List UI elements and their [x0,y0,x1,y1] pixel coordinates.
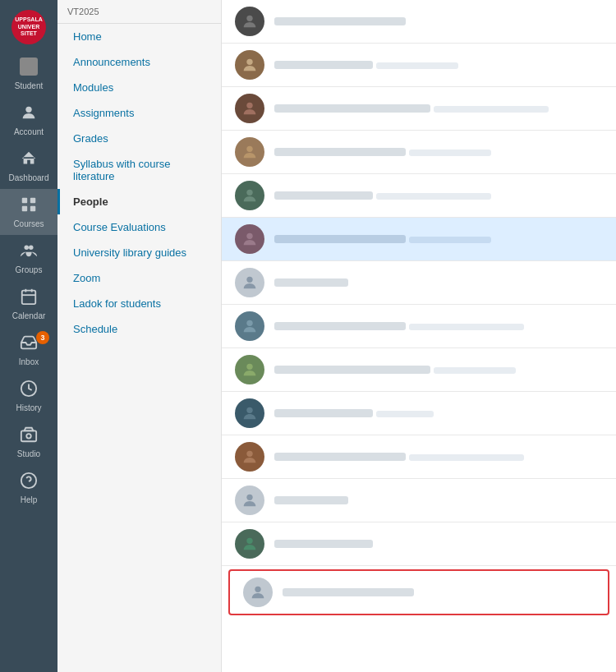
avatar [235,50,264,80]
person-name [274,148,406,156]
table-row[interactable] [222,479,616,522]
avatar [235,181,264,210]
nav-item-assignments[interactable]: Assignments [57,100,221,126]
student-icon [20,58,38,80]
sidebar-item-inbox-label: Inbox [19,357,39,366]
nav-item-people[interactable]: People [57,189,221,214]
svg-rect-0 [20,58,38,76]
table-row-highlighted[interactable] [228,569,609,615]
table-row[interactable] [222,261,616,305]
nav-item-zoom[interactable]: Zoom [57,265,221,291]
svg-point-20 [246,146,252,152]
svg-point-24 [246,320,252,326]
sidebar-item-calendar-label: Calendar [12,311,46,320]
table-row[interactable] [222,522,616,566]
courses-icon [20,196,38,218]
person-info [274,362,603,377]
people-list [222,0,616,615]
calendar-icon [20,288,38,310]
person-info [274,188,603,203]
help-icon [20,472,38,494]
svg-point-19 [246,103,252,108]
person-sub [376,411,434,417]
person-info [274,449,603,464]
svg-point-21 [246,190,252,196]
nav-item-announcements[interactable]: Announcements [57,49,221,75]
sidebar-item-dashboard[interactable]: Dashboard [0,143,57,189]
inbox-icon [20,334,38,356]
person-name [274,191,373,200]
table-row[interactable] [222,174,616,218]
sidebar-item-history-label: History [16,403,41,412]
person-info [274,101,603,116]
person-name [274,453,406,461]
sidebar-item-account[interactable]: Account [0,97,57,143]
table-row[interactable] [222,348,616,392]
avatar [235,442,264,472]
course-nav-header: VT2025 [57,0,221,24]
person-name [274,366,430,374]
table-row[interactable] [222,305,616,348]
person-info [283,585,595,600]
sidebar-item-groups[interactable]: Groups [0,235,57,281]
sidebar-item-courses[interactable]: Courses [0,189,57,235]
table-row[interactable] [222,218,616,261]
person-sub [434,367,516,374]
nav-item-grades[interactable]: Grades [57,126,221,151]
person-sub [409,237,491,243]
svg-rect-4 [22,206,27,211]
svg-point-30 [255,587,260,592]
table-row[interactable] [222,131,616,174]
nav-item-syllabus[interactable]: Syllabus with course literature [57,151,221,189]
person-name [274,104,430,113]
nav-item-home[interactable]: Home [57,24,221,49]
svg-point-23 [246,277,252,283]
sidebar-item-student[interactable]: Student [0,51,57,97]
svg-point-25 [246,364,252,370]
sidebar-item-history[interactable]: History [0,373,57,419]
person-info [274,275,603,290]
table-row[interactable] [222,44,616,87]
person-name [274,496,348,504]
studio-icon [20,426,38,448]
svg-point-17 [246,16,252,21]
svg-point-26 [246,407,252,413]
svg-point-29 [246,538,252,544]
avatar [235,224,264,254]
nav-item-evaluations[interactable]: Course Evaluations [57,214,221,240]
person-name [274,540,373,548]
nav-item-schedule[interactable]: Schedule [57,316,221,342]
sidebar-item-account-label: Account [14,127,44,136]
sidebar-item-calendar[interactable]: Calendar [0,281,57,327]
inbox-badge: 3 [36,331,49,344]
avatar [235,137,264,167]
svg-point-27 [246,451,252,457]
table-row[interactable] [222,435,616,479]
svg-point-28 [246,495,252,500]
sidebar-item-help[interactable]: Help [0,465,57,511]
person-sub [434,106,549,113]
nav-item-library[interactable]: University library guides [57,240,221,265]
account-icon [20,104,38,126]
sidebar-item-dashboard-label: Dashboard [9,173,49,182]
svg-rect-13 [21,430,36,441]
university-logo: UPPSALAUNIVERSITET [11,10,46,44]
person-name [283,588,414,596]
table-row[interactable] [222,392,616,435]
nav-item-ladok[interactable]: Ladok for students [57,291,221,316]
table-row[interactable] [222,0,616,44]
history-icon [20,380,38,402]
groups-icon [20,242,38,264]
sidebar-item-inbox[interactable]: 3 Inbox [0,327,57,373]
nav-item-modules[interactable]: Modules [57,75,221,100]
table-row[interactable] [222,87,616,131]
logo: UPPSALAUNIVERSITET [8,7,49,48]
svg-rect-3 [30,198,35,203]
svg-point-1 [25,107,31,113]
avatar [235,268,264,297]
sidebar-item-studio[interactable]: Studio [0,419,57,465]
person-name [274,61,373,69]
person-info [274,406,603,421]
avatar [235,398,264,428]
avatar [235,355,264,384]
